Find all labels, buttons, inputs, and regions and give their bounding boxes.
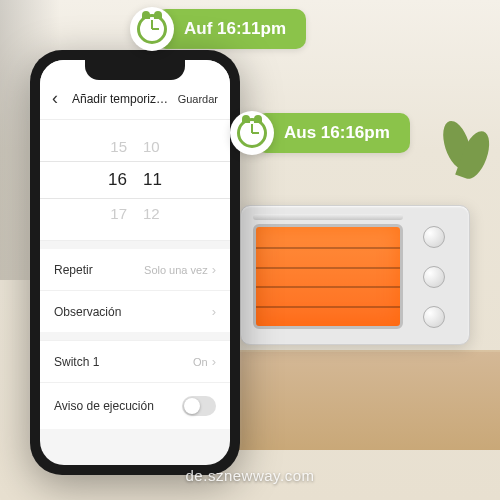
note-row[interactable]: Observación › [40,290,230,332]
time-picker[interactable]: 15 10 16 11 17 12 [40,120,230,241]
repeat-label: Repetir [54,263,93,277]
exec-notice-row: Aviso de ejecución [40,382,230,429]
plant-decoration [445,120,490,200]
picker-sel-min: 11 [143,170,162,190]
back-button[interactable]: ‹ [52,88,72,109]
timer-off-badge: Aus 16:16pm [230,112,410,154]
repeat-row[interactable]: Repetir Solo una vez › [40,249,230,290]
timer-off-label: Aus 16:16pm [256,113,410,153]
chevron-right-icon: › [212,304,216,319]
switch-row[interactable]: Switch 1 On › [40,340,230,382]
save-button[interactable]: Guardar [174,93,218,105]
kitchen-counter [200,350,500,450]
alarm-clock-icon [137,14,167,44]
toaster-oven [240,205,470,345]
chevron-right-icon: › [212,354,216,369]
picker-prev-hour: 15 [110,138,127,155]
switch-label: Switch 1 [54,355,99,369]
alarm-clock-icon [237,118,267,148]
picker-sel-hour: 16 [108,170,127,190]
page-title: Añadir temporización [72,92,174,106]
picker-next-hour: 17 [110,205,127,222]
phone-mockup: ‹ Añadir temporización Guardar 15 10 16 … [30,50,240,475]
switch-value: On [193,356,208,368]
picker-next-min: 12 [143,205,160,222]
picker-prev-min: 10 [143,138,160,155]
timer-on-badge: Auf 16:11pm [130,8,306,50]
watermark-text: de.sznewway.com [186,467,315,484]
exec-label: Aviso de ejecución [54,399,154,413]
note-label: Observación [54,305,121,319]
repeat-value: Solo una vez [144,264,208,276]
phone-notch [85,60,185,80]
chevron-right-icon: › [212,262,216,277]
timer-on-label: Auf 16:11pm [156,9,306,49]
exec-toggle[interactable] [182,396,216,416]
